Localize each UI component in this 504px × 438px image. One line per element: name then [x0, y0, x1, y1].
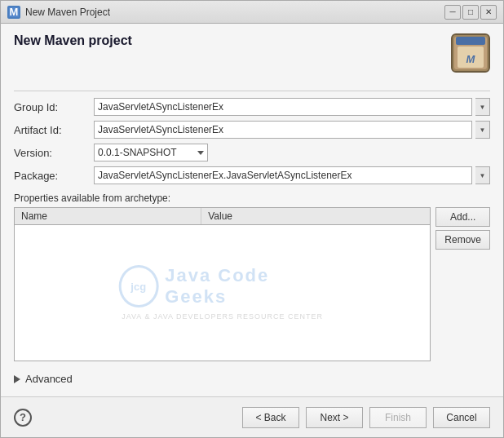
col-value-header: Value [201, 208, 430, 224]
footer: ? < Back Next > Finish Cancel [1, 396, 503, 437]
properties-section: Properties available from archetype: Nam… [14, 192, 490, 361]
cancel-button[interactable]: Cancel [433, 407, 490, 428]
header-separator [14, 91, 490, 91]
footer-buttons: < Back Next > Finish Cancel [242, 407, 490, 428]
minimize-button[interactable]: ─ [444, 5, 461, 20]
svg-text:M: M [10, 7, 19, 18]
footer-left: ? [14, 409, 32, 427]
svg-text:M: M [466, 53, 476, 65]
col-name-header: Name [15, 208, 201, 224]
add-button[interactable]: Add... [435, 207, 490, 227]
content-area: New Maven project M Group Id: ▼ [1, 24, 503, 396]
artifact-id-input[interactable] [94, 121, 472, 139]
watermark-circle: jcg [118, 265, 158, 307]
package-dropdown-arrow[interactable]: ▼ [475, 166, 490, 184]
package-input[interactable] [94, 166, 472, 184]
group-id-dropdown-arrow[interactable]: ▼ [475, 98, 490, 116]
artifact-id-dropdown-arrow[interactable]: ▼ [475, 121, 490, 139]
artifact-id-field-wrapper: ▼ [94, 121, 490, 139]
next-button[interactable]: Next > [306, 407, 363, 428]
watermark-logo: jcg Java Code Geeks [118, 265, 326, 307]
group-id-label: Group Id: [14, 101, 87, 113]
package-field-wrapper: ▼ [94, 166, 490, 184]
advanced-label[interactable]: Advanced [25, 373, 73, 385]
svg-rect-4 [456, 37, 485, 45]
window-icon: M [7, 6, 20, 19]
close-button[interactable]: ✕ [480, 5, 497, 20]
finish-button[interactable]: Finish [369, 407, 427, 428]
page-title: New Maven project [14, 33, 132, 48]
table-header: Name Value [15, 208, 430, 225]
group-id-input[interactable] [94, 98, 472, 116]
advanced-section: Advanced [14, 368, 490, 390]
package-label: Package: [14, 170, 87, 182]
help-icon[interactable]: ? [14, 409, 32, 427]
main-window: M New Maven Project ─ □ ✕ New Maven proj… [0, 0, 504, 438]
watermark: jcg Java Code Geeks Java & Java Develope… [118, 265, 326, 321]
back-button[interactable]: < Back [242, 407, 299, 428]
watermark-sub-text: Java & Java Developers Resource Center [122, 312, 323, 321]
table-body[interactable]: jcg Java Code Geeks Java & Java Develope… [15, 225, 430, 361]
table-buttons: Add... Remove [435, 207, 490, 361]
maximize-button[interactable]: □ [462, 5, 479, 20]
window-title: New Maven Project [25, 7, 110, 18]
title-bar-controls: ─ □ ✕ [444, 5, 497, 20]
group-id-field-wrapper: ▼ [94, 98, 490, 116]
version-select[interactable]: 0.0.1-SNAPSHOT [94, 144, 208, 161]
title-bar-left: M New Maven Project [7, 6, 110, 19]
version-field-wrapper: 0.0.1-SNAPSHOT [94, 144, 490, 161]
page-header: New Maven project M [14, 33, 490, 73]
version-label: Version: [14, 147, 87, 159]
advanced-toggle-icon[interactable] [14, 375, 20, 383]
watermark-circle-text: jcg [130, 281, 146, 293]
maven-icon: M [451, 33, 490, 73]
properties-content: Name Value jcg Java Code Geeks [14, 207, 490, 361]
title-bar: M New Maven Project ─ □ ✕ [1, 1, 503, 24]
artifact-id-label: Artifact Id: [14, 124, 87, 136]
properties-label: Properties available from archetype: [14, 192, 490, 204]
properties-table: Name Value jcg Java Code Geeks [14, 207, 431, 361]
watermark-main-text: Java Code Geeks [165, 265, 326, 307]
remove-button[interactable]: Remove [435, 230, 490, 250]
form-grid: Group Id: ▼ Artifact Id: ▼ Version: 0.0.… [14, 98, 490, 184]
